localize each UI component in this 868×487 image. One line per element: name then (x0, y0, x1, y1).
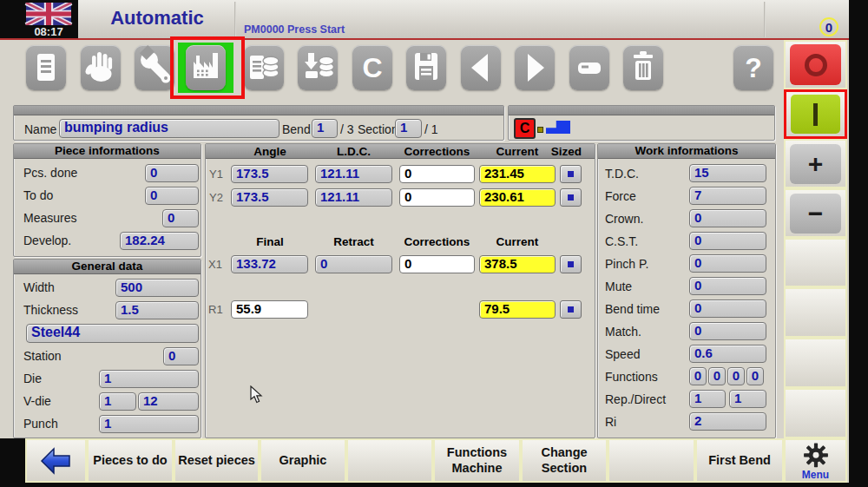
automatic-mode-button[interactable] (186, 45, 226, 90)
y1-axis-label: Y1 (209, 168, 223, 181)
x1-sized-button[interactable] (560, 255, 582, 273)
titlebar-separator-line (0, 38, 849, 40)
rep-direct-field-1[interactable]: 1 (689, 390, 726, 408)
program-edit-button[interactable] (26, 45, 66, 90)
to-do-field[interactable]: 0 (145, 187, 199, 205)
pinch-p-label: Pinch P. (605, 257, 648, 271)
r1-final-field[interactable]: 55.9 (231, 300, 308, 319)
store-program-icon (298, 45, 338, 90)
floppy-save-icon (406, 45, 446, 90)
retract-column-header: Retract (315, 235, 392, 248)
setup-tools-button[interactable] (135, 45, 174, 90)
stop-button-cell (784, 40, 847, 89)
mute-field[interactable]: 0 (689, 277, 766, 295)
bottom-button-empty-1 (346, 438, 433, 483)
correction-button[interactable]: C (352, 45, 392, 90)
next-bend-button[interactable] (515, 45, 555, 90)
program-name-panel-strip (14, 106, 503, 115)
x1-final-field[interactable]: 133.72 (231, 255, 308, 273)
tdc-label: T.D.C. (605, 167, 639, 181)
save-button[interactable] (406, 45, 446, 90)
pieces-to-do-label: Pieces to do (93, 453, 167, 468)
material-field[interactable]: Steel44 (26, 324, 199, 343)
first-bend-button[interactable]: First Bend (695, 438, 784, 483)
mute-label: Mute (605, 280, 632, 293)
measures-field[interactable]: 0 (162, 209, 199, 227)
factory-icon (186, 45, 226, 90)
functions-field-4[interactable]: 0 (746, 367, 764, 385)
plus-icon: + (808, 151, 824, 177)
help-button[interactable]: ? (733, 45, 773, 90)
side-button-empty-1 (784, 238, 847, 287)
punch-field[interactable]: 1 (99, 415, 199, 433)
graphic-label: Graphic (279, 453, 327, 468)
arrow-right-icon (515, 45, 555, 90)
crown-label: Crown. (605, 212, 643, 226)
sized-indicator (568, 194, 574, 201)
stop-button[interactable] (790, 44, 841, 85)
functions-field-1[interactable]: 0 (689, 367, 707, 385)
develop-field[interactable]: 182.24 (120, 232, 199, 250)
y2-angle-field[interactable]: 173.5 (231, 188, 308, 207)
insert-bend-button[interactable] (569, 45, 609, 90)
pcs-done-label: Pcs. done (23, 166, 77, 180)
functions-field-3[interactable]: 0 (727, 367, 745, 385)
delete-button[interactable] (623, 45, 663, 90)
program-name-field[interactable]: bumping radius (59, 119, 279, 138)
y1-ldc-field[interactable]: 121.11 (315, 165, 392, 183)
rep-direct-field-2[interactable]: 1 (729, 390, 766, 408)
program-list-button[interactable] (244, 45, 284, 90)
y2-ldc-field[interactable]: 121.11 (315, 188, 392, 207)
manual-mode-button[interactable] (81, 45, 121, 90)
y1-angle-field[interactable]: 173.5 (231, 165, 308, 183)
pinch-p-field[interactable]: 0 (689, 254, 766, 273)
back-button[interactable] (25, 438, 87, 483)
ri-field[interactable]: 2 (689, 412, 766, 431)
graphic-button[interactable]: Graphic (260, 438, 346, 483)
reset-pieces-button[interactable]: Reset pieces (174, 438, 260, 483)
cst-field[interactable]: 0 (689, 232, 766, 250)
functions-machine-button[interactable]: Functions Machine (433, 438, 521, 483)
language-flag-icon[interactable] (23, 3, 74, 25)
v-die-field-2[interactable]: 12 (138, 392, 199, 411)
change-section-button[interactable]: Change Section (521, 438, 608, 483)
y2-correction-field[interactable]: 0 (399, 188, 475, 207)
reset-pieces-label: Reset pieces (178, 453, 255, 468)
name-label: Name (24, 122, 56, 136)
y2-sized-button[interactable] (560, 188, 582, 207)
thickness-label: Thickness (23, 303, 78, 317)
r1-sized-button[interactable] (560, 300, 582, 319)
crown-field[interactable]: 0 (689, 209, 766, 227)
force-field[interactable]: 7 (689, 187, 766, 205)
start-button[interactable] (791, 95, 840, 134)
y2-current-field: 230.61 (479, 188, 556, 207)
minus-button[interactable]: − (790, 194, 841, 234)
ldc-column-header: L.D.C. (315, 145, 392, 158)
tdc-field[interactable]: 15 (689, 164, 766, 182)
pcs-done-field[interactable]: 0 (145, 164, 199, 182)
menu-button[interactable]: Menu (784, 438, 847, 483)
v-die-field-1[interactable]: 1 (99, 392, 136, 411)
bend-number-field[interactable]: 1 (312, 119, 338, 138)
die-field[interactable]: 1 (99, 370, 199, 388)
bend-time-field[interactable]: 0 (689, 299, 766, 318)
plus-button[interactable]: + (790, 144, 841, 184)
speed-field[interactable]: 0.6 (689, 345, 766, 363)
thickness-field[interactable]: 1.5 (115, 301, 199, 319)
x1-retract-field[interactable]: 0 (315, 255, 392, 273)
stop-o-icon (805, 54, 827, 76)
functions-field-2[interactable]: 0 (708, 367, 726, 385)
previous-bend-button[interactable] (461, 45, 501, 90)
minus-icon: − (808, 201, 824, 227)
r1-axis-label: R1 (208, 303, 223, 316)
width-field[interactable]: 500 (115, 279, 199, 297)
match-field[interactable]: 0 (689, 322, 766, 340)
pieces-to-do-button[interactable]: Pieces to do (87, 438, 174, 483)
letter-c-icon: C (362, 54, 382, 82)
store-program-button[interactable] (298, 45, 338, 90)
section-number-field[interactable]: 1 (395, 119, 422, 138)
y1-correction-field[interactable]: 0 (399, 165, 475, 183)
y1-sized-button[interactable] (560, 165, 582, 183)
station-field[interactable]: 0 (163, 347, 199, 365)
x1-correction-field[interactable]: 0 (399, 255, 475, 273)
